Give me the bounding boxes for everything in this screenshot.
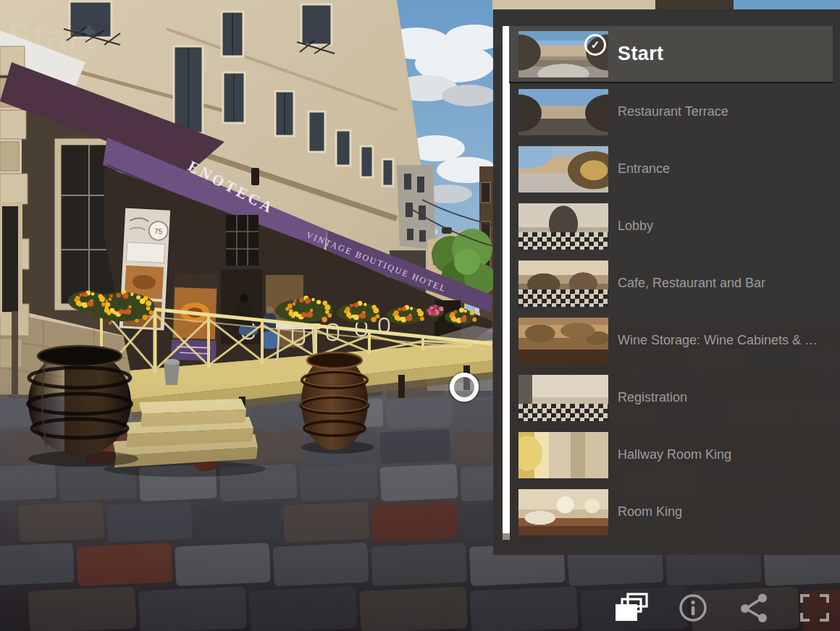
scenes-button[interactable]	[616, 590, 649, 625]
scene-list-item-restaurant-terrace[interactable]: Restaurant Terrace	[509, 83, 833, 140]
fullscreen-icon	[799, 593, 831, 623]
scene-label: Room King	[618, 504, 682, 520]
share-button[interactable]	[737, 590, 770, 625]
scene-label: Registration	[618, 390, 687, 405]
scene-list-item-registration[interactable]: Registration	[509, 369, 833, 426]
scene-thumbnail[interactable]	[518, 261, 608, 307]
scene-list-item-start[interactable]: ✓ Start	[509, 26, 833, 83]
bucket	[164, 359, 180, 385]
scene-label: Restaurant Terrace	[618, 104, 728, 119]
scene-list-item-cafe-restaurant-bar[interactable]: Cafe, Restaurant and Bar	[509, 255, 833, 312]
info-icon	[678, 593, 708, 623]
scene-list-item-room-king[interactable]: Room King	[509, 483, 833, 541]
scene-thumbnail[interactable]	[518, 375, 608, 421]
scene-thumbnail[interactable]	[518, 203, 608, 250]
scene-thumbnail[interactable]	[518, 89, 608, 135]
scene-label: Lobby	[618, 219, 653, 234]
scene-list-item-wine-storage[interactable]: Wine Storage: Wine Cabinets & …	[509, 312, 833, 369]
scene-list-item-lobby[interactable]: Lobby	[509, 198, 833, 255]
scene-list-item-entrance[interactable]: Entrance	[509, 140, 833, 198]
scene-thumbnail[interactable]	[518, 318, 608, 364]
selected-check-icon: ✓	[584, 34, 606, 56]
scene-thumbnail[interactable]	[518, 146, 608, 192]
scene-label: Wine Storage: Wine Cabinets & …	[618, 333, 818, 348]
scene-label: Entrance	[618, 161, 670, 177]
drainpipe	[12, 311, 18, 394]
fullscreen-button[interactable]	[798, 590, 831, 625]
scene-list: ✓ Start Restaurant Terrace Entrance Lobb…	[493, 26, 840, 541]
share-icon	[739, 593, 769, 623]
scene-label: Cafe, Restaurant and Bar	[618, 276, 765, 291]
info-button[interactable]	[676, 590, 710, 625]
scene-thumbnail[interactable]	[518, 432, 608, 478]
scene-thumbnail[interactable]	[518, 489, 608, 535]
viewer-toolbar	[616, 590, 831, 625]
menu-board-badge: 75	[154, 227, 163, 236]
stacked-cards-icon	[616, 593, 649, 623]
top-roof-strip	[492, 0, 658, 10]
scene-list-panel: ✓ Start Restaurant Terrace Entrance Lobb…	[493, 9, 840, 555]
panorama-hotspot[interactable]	[449, 372, 479, 402]
scene-label: Start	[618, 43, 664, 65]
street-lamp-icon	[442, 227, 452, 234]
scene-thumbnail[interactable]: ✓	[518, 31, 608, 77]
scene-label: Hallway Room King	[618, 447, 731, 462]
scene-list-item-hallway-room-king[interactable]: Hallway Room King	[509, 426, 833, 483]
